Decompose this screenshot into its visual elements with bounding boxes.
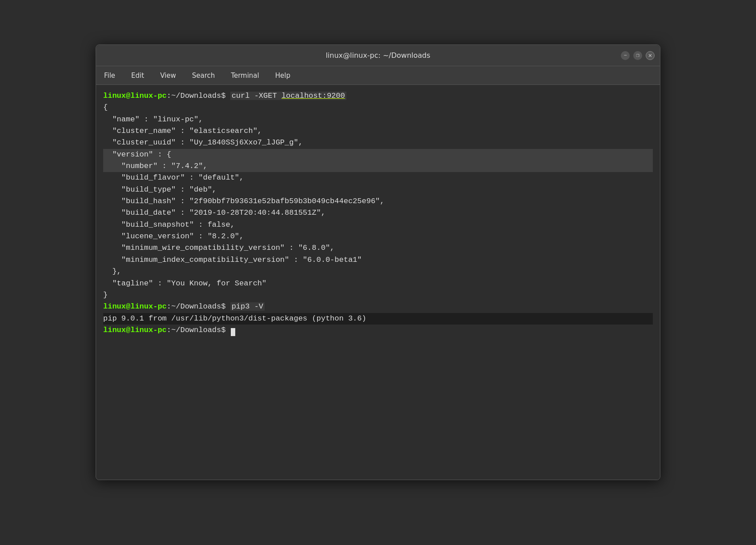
prompt-path-1: :~/Downloads — [167, 92, 221, 100]
terminal-window: linux@linux-pc: ~/Downloads − ❐ ✕ File E… — [96, 44, 660, 480]
menu-view[interactable]: View — [157, 70, 179, 81]
json-cluster-uuid: "cluster_uuid" : "Uy_1840SSj6Xxo7_lJGP_g… — [103, 137, 653, 148]
menu-file[interactable]: File — [101, 70, 118, 81]
command-2: pip3 -V — [230, 302, 265, 311]
menu-edit[interactable]: Edit — [129, 70, 147, 81]
pip-output: pip 9.0.1 from /usr/lib/python3/dist-pac… — [103, 313, 653, 325]
json-lucene-version: "lucene_version" : "8.2.0", — [103, 231, 653, 242]
menu-search[interactable]: Search — [189, 70, 218, 81]
json-min-index: "minimum_index_compatibility_version" : … — [103, 254, 653, 266]
json-close-brace: } — [103, 289, 653, 301]
prompt-dollar-3: $ — [221, 326, 230, 334]
prompt-line-3: linux@linux-pc:~/Downloads$ — [103, 325, 653, 336]
prompt-path-2: :~/Downloads — [167, 302, 221, 311]
json-build-flavor: "build_flavor" : "default", — [103, 172, 653, 184]
json-min-wire: "minimum_wire_compatibility_version" : "… — [103, 242, 653, 254]
prompt-dollar-2: $ — [221, 302, 230, 311]
minimize-button[interactable]: − — [621, 51, 630, 60]
json-build-snapshot: "build_snapshot" : false, — [103, 219, 653, 231]
prompt-line-1: linux@linux-pc:~/Downloads$ curl -XGET l… — [103, 90, 653, 102]
json-build-date: "build_date" : "2019-10-28T20:40:44.8815… — [103, 207, 653, 219]
menu-terminal[interactable]: Terminal — [228, 70, 261, 81]
json-number: "number" : "7.4.2", — [103, 160, 653, 172]
json-version-open: "version" : { — [103, 149, 653, 160]
terminal-body[interactable]: linux@linux-pc:~/Downloads$ curl -XGET l… — [96, 85, 660, 480]
menu-help[interactable]: Help — [273, 70, 293, 81]
prompt-line-2: linux@linux-pc:~/Downloads$ pip3 -V — [103, 301, 653, 313]
json-build-type: "build_type" : "deb", — [103, 184, 653, 196]
json-cluster-name: "cluster_name" : "elasticsearch", — [103, 125, 653, 137]
prompt-path-3: :~/Downloads — [167, 326, 221, 334]
json-name: "name" : "linux-pc", — [103, 114, 653, 125]
prompt-user-2: linux@linux-pc — [103, 302, 167, 311]
prompt-dollar-1: $ — [221, 92, 230, 100]
close-button[interactable]: ✕ — [646, 51, 655, 60]
window-title: linux@linux-pc: ~/Downloads — [326, 51, 430, 60]
cursor — [231, 328, 235, 336]
json-tagline: "tagline" : "You Know, for Search" — [103, 278, 653, 289]
json-version-close: }, — [103, 266, 653, 277]
prompt-user-3: linux@linux-pc — [103, 326, 167, 334]
titlebar: linux@linux-pc: ~/Downloads − ❐ ✕ — [96, 45, 660, 66]
window-controls: − ❐ ✕ — [621, 51, 655, 60]
json-build-hash: "build_hash" : "2f90bbf7b93631e52bafb59b… — [103, 196, 653, 207]
json-open-brace: { — [103, 102, 653, 113]
prompt-user-1: linux@linux-pc — [103, 92, 167, 100]
maximize-button[interactable]: ❐ — [633, 51, 642, 60]
command-1: curl -XGET localhost:9200 — [230, 92, 346, 100]
menubar: File Edit View Search Terminal Help — [96, 66, 660, 85]
